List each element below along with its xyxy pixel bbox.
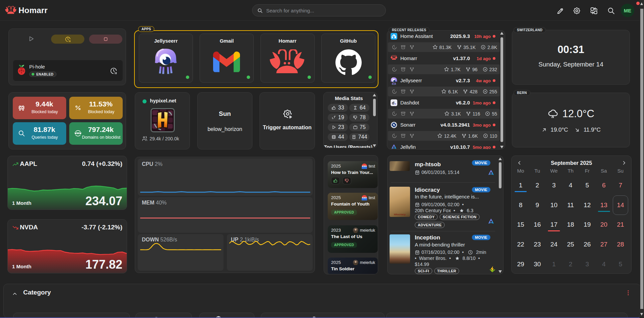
app-tile-homarr[interactable]: Homarr [260,34,315,83]
calendar-day[interactable]: 2 [530,179,545,192]
calendar-day[interactable]: 11 [563,198,578,212]
request-card[interactable]: 2025 test How to Train Your... [328,161,378,188]
jellyseerr-icon [391,77,397,85]
calendar-day[interactable]: 1 [513,179,528,192]
calendar-day[interactable]: 18 [563,218,578,231]
page-scroll-down-arrow-icon[interactable] [640,313,643,316]
media-stats-footer: Top Users (Requests) [324,144,373,148]
automation-widget[interactable]: Trigger automation [259,92,315,149]
progress-clock-icon [392,67,397,72]
header-search-button[interactable] [607,7,615,15]
calendar-day[interactable]: 4 [596,258,612,271]
release-row[interactable]: d Dashdot v6.2.0 1mo ago [387,98,500,107]
calendar-day[interactable]: 14 [613,198,628,212]
calendar-day[interactable]: 6 [596,179,612,192]
app-tile-github[interactable]: GitHub [321,34,375,83]
play-icon[interactable] [28,36,34,42]
calendar-day[interactable]: 30 [530,258,545,271]
release-row[interactable]: Home Assitant 2025.9.3 10h ago [387,32,500,41]
hourglass-icon [353,105,358,110]
release-row[interactable]: Homarr v1.37.0 1d ago [387,54,500,63]
request-card[interactable]: 2025 meierluk Tin Soldier [328,258,378,274]
github-icon [335,49,362,76]
app-tile-gmail[interactable]: Gmail [200,34,254,83]
approve-button[interactable] [331,177,340,184]
board-switch-button[interactable] [590,7,598,15]
media-list-scrollbar[interactable] [498,157,502,273]
release-stats-group: 12.4K 1.6K 110 [437,131,497,141]
calendar-day[interactable]: 5 [613,258,628,271]
progress-clock-icon [392,111,397,116]
calendar-day[interactable]: 24 [546,238,562,251]
scroll-up-arrow-icon[interactable] [373,94,376,96]
calendar-day[interactable]: 27 [596,238,612,251]
release-forks: 96 [472,67,478,72]
calendar-day[interactable]: 25 [563,238,578,251]
decline-button[interactable] [343,177,351,184]
scrollbar-thumb[interactable] [499,162,501,188]
release-row[interactable]: Sonarr v4.0.15.2941 3mo ago [387,121,500,129]
pihole-disable-timer-button[interactable] [51,35,84,44]
release-row[interactable]: Jellyseerr v2.7.3 4w ago [387,76,500,85]
calendar-day[interactable]: 12 [579,198,595,212]
calendar-icon [415,250,420,255]
scroll-down-arrow-icon[interactable] [373,144,376,147]
media-date: 09/01/2006, 02:00 • [415,202,464,207]
calendar-day[interactable]: 20 [596,218,612,231]
calendar-day[interactable]: 1 [546,258,562,271]
calendar-day[interactable]: 19 [579,218,595,231]
calendar-day[interactable]: 9 [530,198,545,212]
request-year: 2023 [331,228,341,233]
calendar-day[interactable]: 29 [513,258,528,271]
releases-scrollbar[interactable] [500,32,504,148]
scroll-up-arrow-icon[interactable] [498,157,502,160]
scroll-down-arrow-icon[interactable] [500,146,504,148]
calendar-day[interactable]: 13 [596,198,612,212]
calendar-day[interactable]: 8 [513,198,528,212]
chevron-up-icon[interactable] [12,291,18,297]
search-input[interactable]: Search for anything... [252,4,386,16]
release-row[interactable]: Jellyfin v10.10.7 5mo ago [387,143,500,149]
calendar-day[interactable]: 5 [579,179,595,192]
calendar-day[interactable]: 16 [530,218,545,231]
calendar-day[interactable]: 23 [530,238,545,251]
clock-pause-icon[interactable] [110,67,117,75]
calendar-day[interactable]: 17 [546,218,562,231]
pihole-stop-button[interactable] [89,35,122,44]
scroll-up-arrow-icon[interactable] [500,32,504,35]
request-card[interactable]: 2025 test Fountain of Youth APPROVED [328,193,378,220]
progress-clock-icon [392,133,397,138]
trending-up-icon [12,161,19,168]
calendar-day[interactable]: 22 [513,238,528,251]
page-scrollbar[interactable] [640,0,644,318]
scrollbar-thumb[interactable] [500,37,503,142]
scroll-down-arrow-icon[interactable] [498,270,502,273]
calendar-day[interactable]: 2 [563,258,578,271]
git-fork-icon [409,111,414,116]
settings-button[interactable] [573,7,581,15]
calendar-day[interactable]: 15 [513,218,528,231]
request-card[interactable]: 2023 meierluk The Last of Us APPROVED [328,225,378,253]
media-stats-widget: Media Stats 33 64 19 78 23 75 44 744 Top… [323,92,377,148]
stock-change: -3.77 (-2.12%) [82,224,122,231]
calendar-day[interactable]: 26 [579,238,595,251]
release-new-dot [493,124,495,126]
calendar-day[interactable]: 4 [563,179,578,192]
edit-mode-button[interactable] [556,7,564,15]
calendar-day[interactable]: 3 [579,258,595,271]
calendar-day[interactable]: 21 [613,218,628,231]
scrollbar-thumb[interactable] [373,99,376,116]
calendar-day[interactable]: 28 [613,238,628,251]
app-tile-jellyseerr[interactable]: Jellyseerr [139,34,193,83]
user-avatar[interactable]: ME [621,4,634,17]
calendar-day[interactable]: 10 [546,198,562,212]
page-scroll-up-arrow-icon[interactable] [640,2,643,5]
media-stats-scrollbar[interactable] [373,94,376,147]
category-menu-button[interactable] [625,289,632,296]
system-line-chart [138,234,224,271]
calendar-next-button[interactable] [621,160,627,166]
calendar-day[interactable]: 3 [546,179,562,192]
automation-label: Trigger automation [260,125,315,131]
page-scrollbar-thumb[interactable] [640,9,643,309]
calendar-day[interactable]: 7 [613,179,628,192]
